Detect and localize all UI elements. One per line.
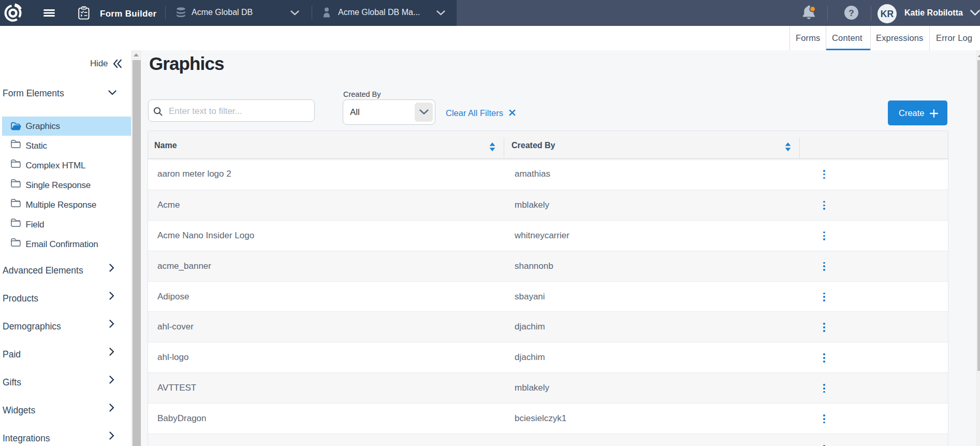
svg-text:?: ?: [849, 8, 854, 18]
svg-text:KR: KR: [880, 8, 894, 19]
